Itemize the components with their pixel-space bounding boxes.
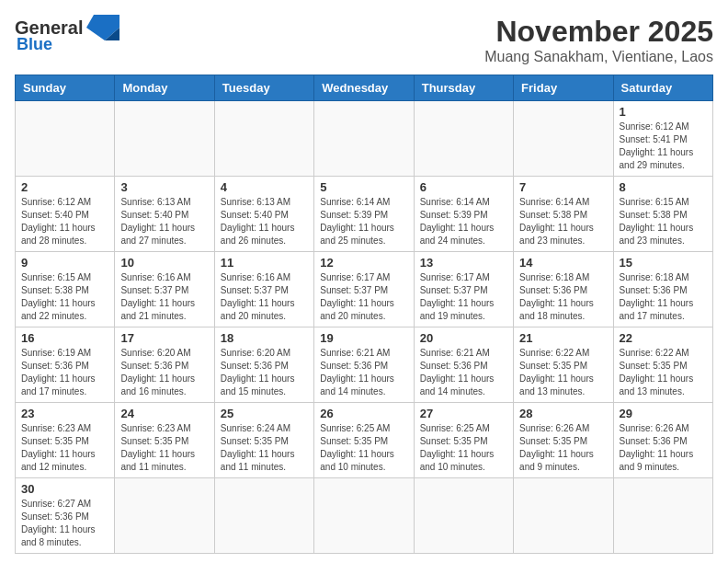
day-number: 22 bbox=[620, 331, 707, 345]
day-number: 9 bbox=[21, 256, 108, 270]
calendar-day-cell: 27Sunrise: 6:25 AM Sunset: 5:35 PM Dayli… bbox=[414, 403, 513, 478]
day-number: 3 bbox=[120, 180, 208, 194]
day-number: 2 bbox=[21, 180, 108, 194]
day-number: 23 bbox=[21, 407, 108, 420]
calendar-day-cell: 23Sunrise: 6:23 AM Sunset: 5:35 PM Dayli… bbox=[16, 403, 115, 478]
calendar-day-cell: 24Sunrise: 6:23 AM Sunset: 5:35 PM Dayli… bbox=[115, 403, 214, 478]
calendar-day-header: Thursday bbox=[414, 75, 513, 101]
calendar-day-cell: 6Sunrise: 6:14 AM Sunset: 5:39 PM Daylig… bbox=[414, 177, 513, 252]
calendar-day-header: Saturday bbox=[613, 75, 712, 101]
calendar-day-header: Monday bbox=[115, 75, 214, 101]
calendar-day-cell bbox=[115, 478, 214, 554]
day-info: Sunrise: 6:20 AM Sunset: 5:36 PM Dayligh… bbox=[120, 347, 208, 398]
calendar-day-cell: 20Sunrise: 6:21 AM Sunset: 5:36 PM Dayli… bbox=[414, 327, 513, 403]
day-number: 8 bbox=[620, 180, 707, 194]
day-number: 21 bbox=[519, 331, 607, 345]
day-info: Sunrise: 6:16 AM Sunset: 5:37 PM Dayligh… bbox=[120, 271, 208, 323]
day-info: Sunrise: 6:19 AM Sunset: 5:36 PM Dayligh… bbox=[21, 347, 108, 398]
calendar-day-cell: 14Sunrise: 6:18 AM Sunset: 5:36 PM Dayli… bbox=[514, 252, 613, 327]
calendar-day-cell bbox=[514, 478, 613, 554]
calendar-table: SundayMondayTuesdayWednesdayThursdayFrid… bbox=[15, 75, 713, 554]
calendar-day-cell bbox=[314, 101, 414, 177]
day-info: Sunrise: 6:12 AM Sunset: 5:41 PM Dayligh… bbox=[620, 121, 707, 172]
day-info: Sunrise: 6:25 AM Sunset: 5:35 PM Dayligh… bbox=[320, 422, 407, 474]
day-info: Sunrise: 6:16 AM Sunset: 5:37 PM Dayligh… bbox=[221, 271, 308, 323]
calendar-day-cell bbox=[115, 101, 214, 177]
title-area: November 2025 Muang Sanakham, Vientiane,… bbox=[484, 15, 713, 65]
day-number: 5 bbox=[320, 180, 407, 194]
calendar-day-header: Friday bbox=[514, 75, 613, 101]
calendar-day-cell bbox=[414, 478, 513, 554]
month-title: November 2025 bbox=[484, 15, 713, 49]
day-info: Sunrise: 6:26 AM Sunset: 5:35 PM Dayligh… bbox=[519, 422, 607, 474]
calendar-day-cell: 18Sunrise: 6:20 AM Sunset: 5:36 PM Dayli… bbox=[214, 327, 313, 403]
calendar-day-cell: 12Sunrise: 6:17 AM Sunset: 5:37 PM Dayli… bbox=[314, 252, 414, 327]
day-info: Sunrise: 6:12 AM Sunset: 5:40 PM Dayligh… bbox=[21, 196, 108, 247]
day-number: 18 bbox=[221, 331, 308, 345]
day-number: 10 bbox=[120, 256, 208, 270]
calendar-day-cell: 30Sunrise: 6:27 AM Sunset: 5:36 PM Dayli… bbox=[16, 478, 115, 554]
day-info: Sunrise: 6:24 AM Sunset: 5:35 PM Dayligh… bbox=[221, 422, 308, 474]
calendar-day-cell bbox=[613, 478, 712, 554]
page-header: General Blue November 2025 Muang Sanakha… bbox=[15, 15, 713, 65]
calendar-week-row: 1Sunrise: 6:12 AM Sunset: 5:41 PM Daylig… bbox=[16, 101, 713, 177]
calendar-day-cell: 26Sunrise: 6:25 AM Sunset: 5:35 PM Dayli… bbox=[314, 403, 414, 478]
calendar-day-cell: 10Sunrise: 6:16 AM Sunset: 5:37 PM Dayli… bbox=[115, 252, 214, 327]
day-info: Sunrise: 6:21 AM Sunset: 5:36 PM Dayligh… bbox=[320, 347, 407, 398]
calendar-day-cell: 7Sunrise: 6:14 AM Sunset: 5:38 PM Daylig… bbox=[514, 177, 613, 252]
day-number: 13 bbox=[420, 256, 507, 270]
day-number: 4 bbox=[221, 180, 308, 194]
day-info: Sunrise: 6:14 AM Sunset: 5:39 PM Dayligh… bbox=[320, 196, 407, 247]
calendar-day-cell bbox=[214, 478, 313, 554]
location-subtitle: Muang Sanakham, Vientiane, Laos bbox=[484, 49, 713, 65]
calendar-week-row: 23Sunrise: 6:23 AM Sunset: 5:35 PM Dayli… bbox=[16, 403, 713, 478]
day-number: 28 bbox=[519, 407, 607, 420]
day-info: Sunrise: 6:25 AM Sunset: 5:35 PM Dayligh… bbox=[420, 422, 507, 474]
day-info: Sunrise: 6:13 AM Sunset: 5:40 PM Dayligh… bbox=[120, 196, 208, 247]
calendar-day-cell: 4Sunrise: 6:13 AM Sunset: 5:40 PM Daylig… bbox=[214, 177, 313, 252]
calendar-day-cell bbox=[314, 478, 414, 554]
calendar-day-cell: 1Sunrise: 6:12 AM Sunset: 5:41 PM Daylig… bbox=[613, 101, 712, 177]
calendar-day-cell: 2Sunrise: 6:12 AM Sunset: 5:40 PM Daylig… bbox=[16, 177, 115, 252]
logo: General Blue bbox=[15, 15, 119, 54]
day-number: 17 bbox=[120, 331, 208, 345]
day-info: Sunrise: 6:15 AM Sunset: 5:38 PM Dayligh… bbox=[21, 271, 108, 323]
day-info: Sunrise: 6:14 AM Sunset: 5:39 PM Dayligh… bbox=[420, 196, 507, 247]
calendar-day-cell: 5Sunrise: 6:14 AM Sunset: 5:39 PM Daylig… bbox=[314, 177, 414, 252]
calendar-day-cell: 22Sunrise: 6:22 AM Sunset: 5:35 PM Dayli… bbox=[613, 327, 712, 403]
day-number: 24 bbox=[120, 407, 208, 420]
day-number: 30 bbox=[21, 482, 108, 496]
day-info: Sunrise: 6:15 AM Sunset: 5:38 PM Dayligh… bbox=[620, 196, 707, 247]
calendar-day-cell: 9Sunrise: 6:15 AM Sunset: 5:38 PM Daylig… bbox=[16, 252, 115, 327]
day-info: Sunrise: 6:23 AM Sunset: 5:35 PM Dayligh… bbox=[120, 422, 208, 474]
day-number: 27 bbox=[420, 407, 507, 420]
calendar-day-header: Wednesday bbox=[314, 75, 414, 101]
logo-icon bbox=[86, 15, 119, 40]
day-number: 6 bbox=[420, 180, 507, 194]
day-number: 19 bbox=[320, 331, 407, 345]
day-number: 29 bbox=[620, 407, 707, 420]
day-number: 16 bbox=[21, 331, 108, 345]
day-info: Sunrise: 6:23 AM Sunset: 5:35 PM Dayligh… bbox=[21, 422, 108, 474]
day-number: 15 bbox=[620, 256, 707, 270]
calendar-day-cell: 16Sunrise: 6:19 AM Sunset: 5:36 PM Dayli… bbox=[16, 327, 115, 403]
calendar-day-cell: 13Sunrise: 6:17 AM Sunset: 5:37 PM Dayli… bbox=[414, 252, 513, 327]
calendar-day-header: Tuesday bbox=[214, 75, 313, 101]
day-info: Sunrise: 6:21 AM Sunset: 5:36 PM Dayligh… bbox=[420, 347, 507, 398]
calendar-day-cell: 28Sunrise: 6:26 AM Sunset: 5:35 PM Dayli… bbox=[514, 403, 613, 478]
calendar-week-row: 2Sunrise: 6:12 AM Sunset: 5:40 PM Daylig… bbox=[16, 177, 713, 252]
logo-text: General bbox=[15, 18, 83, 37]
calendar-day-header: Sunday bbox=[16, 75, 115, 101]
day-info: Sunrise: 6:20 AM Sunset: 5:36 PM Dayligh… bbox=[221, 347, 308, 398]
day-info: Sunrise: 6:18 AM Sunset: 5:36 PM Dayligh… bbox=[620, 271, 707, 323]
day-info: Sunrise: 6:22 AM Sunset: 5:35 PM Dayligh… bbox=[620, 347, 707, 398]
calendar-day-cell bbox=[414, 101, 513, 177]
calendar-day-cell bbox=[514, 101, 613, 177]
calendar-week-row: 16Sunrise: 6:19 AM Sunset: 5:36 PM Dayli… bbox=[16, 327, 713, 403]
calendar-week-row: 30Sunrise: 6:27 AM Sunset: 5:36 PM Dayli… bbox=[16, 478, 713, 554]
logo-blue-text: Blue bbox=[17, 35, 52, 54]
calendar-day-cell bbox=[16, 101, 115, 177]
calendar-day-cell: 21Sunrise: 6:22 AM Sunset: 5:35 PM Dayli… bbox=[514, 327, 613, 403]
day-info: Sunrise: 6:14 AM Sunset: 5:38 PM Dayligh… bbox=[519, 196, 607, 247]
day-number: 7 bbox=[519, 180, 607, 194]
